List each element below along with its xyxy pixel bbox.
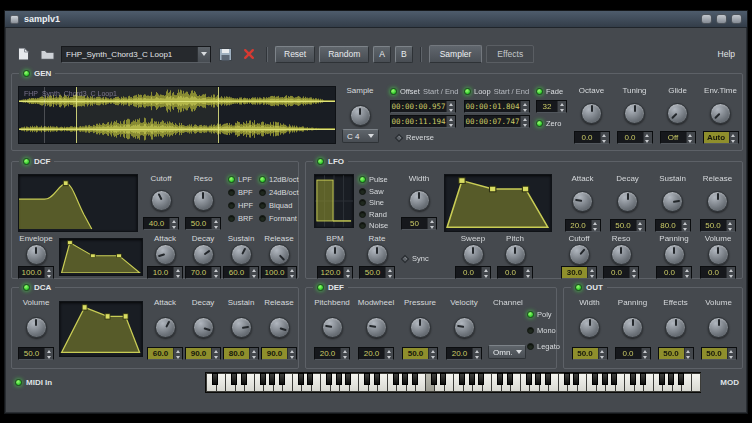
tab-sampler[interactable]: Sampler — [429, 45, 483, 63]
black-key[interactable] — [602, 373, 608, 385]
sustain-knob[interactable] — [662, 191, 683, 212]
black-key[interactable] — [431, 373, 437, 385]
reso-knob[interactable] — [611, 244, 632, 265]
dcf-led[interactable] — [23, 158, 30, 165]
spin-arrows-icon[interactable] — [557, 101, 566, 112]
spin-arrows-icon[interactable] — [481, 267, 490, 278]
attack-knob[interactable] — [155, 317, 176, 338]
cutoff-spinbox[interactable]: 40.0 — [143, 217, 179, 230]
spin-arrows-icon[interactable] — [44, 348, 53, 359]
spin-arrows-icon[interactable] — [684, 348, 693, 359]
tuning-knob[interactable] — [624, 103, 645, 124]
rate-spinbox[interactable]: 50.0 — [359, 266, 395, 279]
zero-toggle[interactable]: Zero — [536, 119, 561, 128]
white-key[interactable] — [691, 373, 702, 392]
width-knob[interactable] — [579, 317, 600, 338]
pulse-radio[interactable]: Pulse — [359, 175, 388, 184]
release-knob[interactable] — [269, 317, 290, 338]
biquad-radio[interactable]: Biquad — [259, 201, 299, 210]
out-led[interactable] — [575, 284, 582, 291]
preset-combo[interactable]: FHP_Synth_Chord3_C Loop1 — [61, 46, 211, 63]
width-spinbox[interactable]: 50.0 — [572, 347, 608, 360]
sweep-knob[interactable] — [463, 244, 484, 265]
fade-spinbox[interactable]: 32 — [536, 100, 567, 113]
pressure-knob[interactable] — [410, 317, 431, 338]
spin-arrows-icon[interactable] — [211, 348, 220, 359]
pitch-spinbox[interactable]: 0.0 — [497, 266, 533, 279]
spin-arrows-icon[interactable] — [598, 348, 607, 359]
black-key[interactable] — [279, 373, 285, 385]
filter-response-display[interactable] — [18, 174, 138, 232]
env-time-knob[interactable] — [710, 103, 731, 124]
black-key[interactable] — [592, 373, 598, 385]
black-key[interactable] — [545, 373, 551, 385]
decay-spinbox[interactable]: 70.0 — [185, 266, 221, 279]
spin-arrows-icon[interactable] — [643, 132, 652, 143]
release-spinbox[interactable]: 90.0 — [261, 347, 297, 360]
modwheel-knob[interactable] — [366, 317, 387, 338]
spin-arrows-icon[interactable] — [211, 218, 220, 229]
reso-knob[interactable] — [193, 190, 214, 211]
offset-start-field[interactable]: 00:00:00.957 — [390, 100, 456, 113]
new-preset-button[interactable] — [13, 44, 33, 64]
volume-knob[interactable] — [26, 317, 47, 338]
width-knob[interactable] — [409, 190, 430, 211]
sine-radio[interactable]: Sine — [359, 198, 388, 207]
bpf-radio[interactable]: BPF — [228, 188, 253, 197]
spin-arrows-icon[interactable] — [729, 132, 738, 143]
spin-arrows-icon[interactable] — [211, 267, 220, 278]
velocity-spinbox[interactable]: 20.0 — [446, 347, 482, 360]
spin-arrows-icon[interactable] — [249, 267, 258, 278]
env-time-spinbox[interactable]: Auto — [703, 131, 739, 144]
maximize-button[interactable] — [716, 14, 727, 24]
spin-arrows-icon[interactable] — [446, 101, 455, 112]
black-key[interactable] — [326, 373, 332, 385]
black-key[interactable] — [478, 373, 484, 385]
spin-arrows-icon[interactable] — [636, 220, 645, 231]
black-key[interactable] — [260, 373, 266, 385]
volume-spinbox[interactable]: 0.0 — [700, 266, 736, 279]
noise-radio[interactable]: Noise — [359, 221, 388, 230]
spin-arrows-icon[interactable] — [249, 348, 258, 359]
black-key[interactable] — [459, 373, 465, 385]
bpm-spinbox[interactable]: 120.0 — [317, 266, 353, 279]
panning-knob[interactable] — [622, 317, 643, 338]
offset-led[interactable] — [390, 88, 397, 95]
spin-arrows-icon[interactable] — [682, 267, 691, 278]
black-key[interactable] — [659, 373, 665, 385]
envelope-spinbox[interactable]: 100.0 — [18, 266, 54, 279]
black-key[interactable] — [630, 373, 636, 385]
cutoff-spinbox[interactable]: 30.0 — [561, 266, 597, 279]
minimize-button[interactable] — [701, 14, 712, 24]
black-key[interactable] — [678, 373, 684, 385]
legato-radio[interactable]: Legato — [527, 342, 560, 351]
spin-arrows-icon[interactable] — [343, 267, 352, 278]
black-key[interactable] — [241, 373, 247, 385]
tab-effects[interactable]: Effects — [486, 45, 534, 63]
width-spinbox[interactable]: 50 — [401, 217, 437, 230]
volume-knob[interactable] — [708, 317, 729, 338]
spin-arrows-icon[interactable] — [726, 220, 735, 231]
black-key[interactable] — [507, 373, 513, 385]
sustain-knob[interactable] — [231, 244, 252, 265]
mod-button[interactable]: MOD — [720, 378, 739, 387]
spin-arrows-icon[interactable] — [681, 220, 690, 231]
black-key[interactable] — [440, 373, 446, 385]
black-key[interactable] — [611, 373, 617, 385]
rand-radio[interactable]: Rand — [359, 210, 388, 219]
gen-led[interactable] — [23, 70, 30, 77]
lpf-radio[interactable]: LPF — [228, 175, 253, 184]
hpf-radio[interactable]: HPF — [228, 201, 253, 210]
spin-arrows-icon[interactable] — [686, 132, 695, 143]
help-button[interactable]: Help — [714, 49, 739, 59]
decay-spinbox[interactable]: 50.0 — [610, 219, 646, 232]
spin-arrows-icon[interactable] — [727, 348, 736, 359]
bpm-knob[interactable] — [325, 244, 346, 265]
dca-envelope-display[interactable] — [59, 301, 143, 357]
channel-combo[interactable]: Omn. — [488, 345, 526, 359]
reso-spinbox[interactable]: 0.0 — [603, 266, 639, 279]
spin-arrows-icon[interactable] — [169, 218, 178, 229]
decay-knob[interactable] — [193, 317, 214, 338]
black-key[interactable] — [564, 373, 570, 385]
mono-radio[interactable]: Mono — [527, 326, 560, 335]
